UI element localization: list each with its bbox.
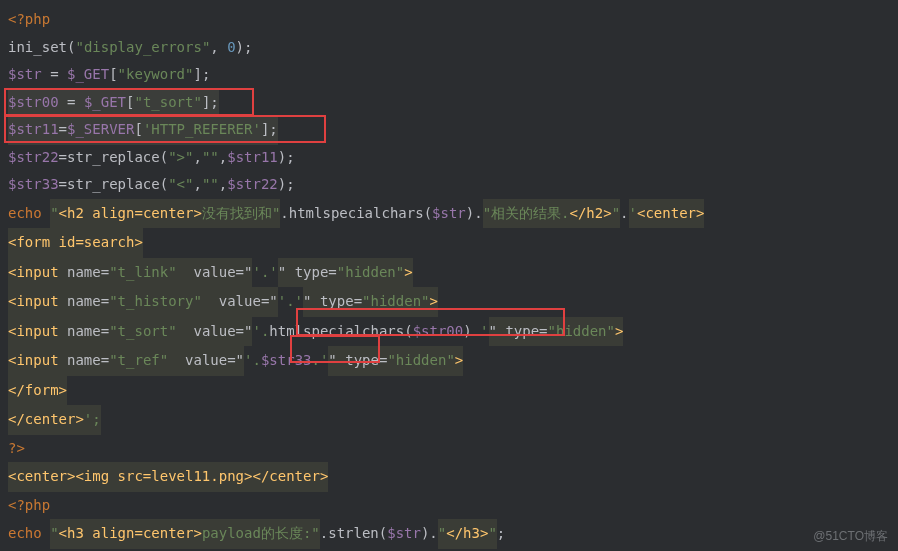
code-block: <?php ini_set("display_errors", 0); $str… [0,0,898,551]
line-1: <?php [8,11,50,27]
line-10: <input name="t_link" value="'.'" type="h… [8,264,413,280]
line-16: ?> [8,440,25,456]
line-18: <?php [8,497,50,513]
line-5: $str11=$_SERVER['HTTP_REFERER']; [8,121,278,137]
line-3: $str = $_GET["keyword"]; [8,66,210,82]
line-13: <input name="t_ref" value="'.$str33.'" t… [8,352,463,368]
line-2: ini_set("display_errors", 0); [8,39,252,55]
line-17: <center><img src=level11.png></center> [8,468,328,484]
php-open-tag: <?php [8,11,50,27]
line-14: </form> [8,382,67,398]
line-4: $str00 = $_GET["t_sort"]; [8,94,219,110]
line-15: </center>'; [8,411,101,427]
line-12: <input name="t_sort" value="'.htmlspecia… [8,323,623,339]
line-8: echo "<h2 align=center>没有找到和".htmlspecia… [8,205,704,221]
line-19: echo "<h3 align=center>payload的长度:".strl… [8,525,505,541]
line-7: $str33=str_replace("<","",$str22); [8,176,295,192]
line-11: <input name="t_history" value="'.'" type… [8,293,438,309]
watermark-text: @51CTO博客 [813,528,888,545]
line-6: $str22=str_replace(">","",$str11); [8,149,295,165]
line-9: <form id=search> [8,234,143,250]
